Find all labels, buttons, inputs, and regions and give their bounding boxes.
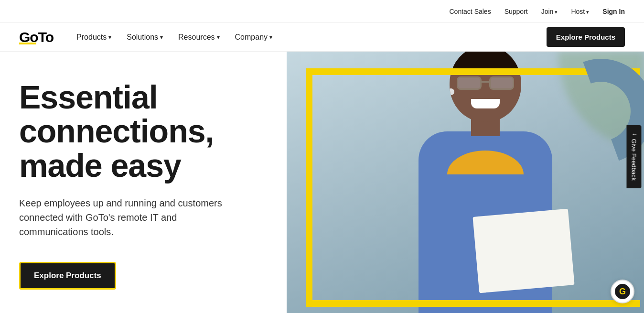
hair xyxy=(450,52,521,72)
head xyxy=(450,52,521,122)
support-link[interactable]: Support xyxy=(504,8,528,15)
chat-icon: G xyxy=(615,284,630,299)
primary-nav: Products ▾ Solutions ▾ Resources ▾ Compa… xyxy=(76,33,547,42)
hero-image-area: G xyxy=(287,52,644,313)
top-navigation: Contact Sales Support Join Host Sign In xyxy=(0,0,644,23)
explore-products-header-button[interactable]: Explore Products xyxy=(547,27,625,47)
teeth xyxy=(471,99,500,108)
company-nav-link[interactable]: Company ▾ xyxy=(235,33,272,42)
logo[interactable]: GoTo xyxy=(19,30,54,44)
hero-subtitle: Keep employees up and running and custom… xyxy=(19,196,248,239)
solutions-chevron-icon: ▾ xyxy=(160,34,163,41)
company-chevron-icon: ▾ xyxy=(269,34,272,41)
earbud xyxy=(450,88,454,95)
main-navigation: GoTo Products ▾ Solutions ▾ Resources ▾ … xyxy=(0,23,644,52)
logo-underline xyxy=(19,43,36,44)
glasses-left-lens xyxy=(457,76,482,90)
solutions-nav-link[interactable]: Solutions ▾ xyxy=(127,33,163,42)
host-link[interactable]: Host xyxy=(571,8,589,15)
feedback-arrow-icon: ↑ xyxy=(631,133,638,136)
glasses-bridge xyxy=(482,81,489,83)
laptop xyxy=(472,209,574,293)
products-nav-link[interactable]: Products ▾ xyxy=(76,33,111,42)
resources-nav-link[interactable]: Resources ▾ xyxy=(178,33,219,42)
products-chevron-icon: ▾ xyxy=(108,34,111,41)
feedback-tab[interactable]: ↑ Give Feedback xyxy=(627,125,642,188)
feedback-label: Give Feedback xyxy=(631,139,638,180)
glasses-right-lens xyxy=(489,76,514,90)
chat-button[interactable]: G xyxy=(611,280,634,303)
resources-chevron-icon: ▾ xyxy=(217,34,220,41)
explore-products-hero-button[interactable]: Explore Products xyxy=(19,262,116,290)
glasses xyxy=(454,76,516,90)
sign-in-link[interactable]: Sign In xyxy=(602,8,625,15)
hero-content: Essential connections, made easy Keep em… xyxy=(0,52,287,313)
join-link[interactable]: Join xyxy=(541,8,558,15)
hero-title: Essential connections, made easy xyxy=(19,80,268,183)
hero-section: Essential connections, made easy Keep em… xyxy=(0,52,644,313)
contact-sales-link[interactable]: Contact Sales xyxy=(450,8,491,15)
